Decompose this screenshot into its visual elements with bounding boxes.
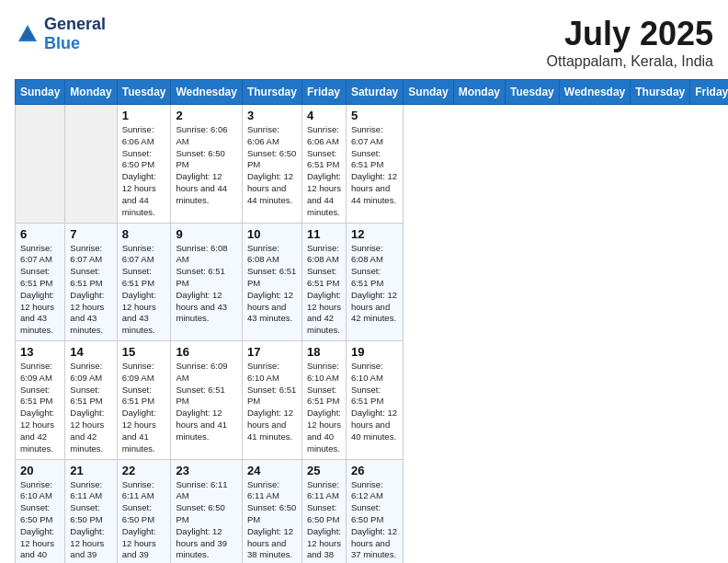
calendar-day-cell: 22Sunrise: 6:11 AMSunset: 6:50 PMDayligh… — [117, 459, 171, 563]
day-info: Sunrise: 6:09 AMSunset: 6:51 PMDaylight:… — [70, 361, 111, 455]
day-of-week-header: Thursday — [242, 80, 301, 105]
calendar-day-cell: 1Sunrise: 6:06 AMSunset: 6:50 PMDaylight… — [117, 105, 171, 224]
day-number: 6 — [20, 227, 60, 241]
day-info: Sunrise: 6:10 AMSunset: 6:51 PMDaylight:… — [307, 361, 341, 455]
calendar-table: SundayMondayTuesdayWednesdayThursdayFrid… — [15, 79, 728, 563]
day-of-week-header: Saturday — [346, 80, 403, 105]
day-info: Sunrise: 6:08 AMSunset: 6:51 PMDaylight:… — [351, 243, 398, 326]
logo-icon — [15, 21, 40, 47]
day-info: Sunrise: 6:09 AMSunset: 6:51 PMDaylight:… — [122, 361, 166, 455]
day-info: Sunrise: 6:06 AMSunset: 6:51 PMDaylight:… — [307, 124, 341, 219]
day-number: 8 — [122, 227, 166, 241]
day-number: 20 — [20, 464, 60, 477]
day-of-week-header: Friday — [690, 80, 728, 105]
month-title: July 2025 — [547, 15, 713, 53]
day-info: Sunrise: 6:06 AMSunset: 6:50 PMDaylight:… — [176, 124, 236, 207]
day-number: 4 — [307, 109, 341, 122]
calendar-day-cell: 12Sunrise: 6:08 AMSunset: 6:51 PMDayligh… — [346, 223, 403, 341]
day-info: Sunrise: 6:11 AMSunset: 6:50 PMDaylight:… — [307, 479, 341, 564]
calendar-day-cell: 16Sunrise: 6:09 AMSunset: 6:51 PMDayligh… — [171, 341, 242, 460]
calendar-day-cell: 8Sunrise: 6:07 AMSunset: 6:51 PMDaylight… — [117, 223, 171, 341]
day-number: 17 — [247, 345, 297, 359]
day-info: Sunrise: 6:11 AMSunset: 6:50 PMDaylight:… — [70, 479, 111, 564]
day-number: 3 — [247, 109, 297, 122]
day-of-week-header: Tuesday — [505, 80, 559, 105]
day-number: 5 — [351, 109, 398, 122]
day-info: Sunrise: 6:11 AMSunset: 6:50 PMDaylight:… — [122, 479, 166, 564]
calendar-day-cell: 2Sunrise: 6:06 AMSunset: 6:50 PMDaylight… — [171, 105, 242, 224]
title-block: July 2025 Ottappalam, Kerala, India — [547, 15, 713, 70]
calendar-day-cell: 19Sunrise: 6:10 AMSunset: 6:51 PMDayligh… — [346, 341, 403, 460]
day-number: 1 — [122, 109, 166, 122]
day-number: 25 — [307, 464, 341, 477]
calendar-day-cell: 20Sunrise: 6:10 AMSunset: 6:50 PMDayligh… — [16, 459, 65, 563]
day-number: 2 — [176, 109, 236, 122]
day-number: 18 — [307, 345, 341, 359]
calendar-day-cell: 23Sunrise: 6:11 AMSunset: 6:50 PMDayligh… — [171, 459, 242, 563]
day-info: Sunrise: 6:07 AMSunset: 6:51 PMDaylight:… — [20, 243, 60, 338]
day-number: 9 — [176, 227, 236, 241]
day-info: Sunrise: 6:12 AMSunset: 6:50 PMDaylight:… — [351, 479, 398, 562]
calendar-day-cell: 10Sunrise: 6:08 AMSunset: 6:51 PMDayligh… — [242, 223, 301, 341]
day-of-week-header: Wednesday — [559, 80, 630, 105]
location-title: Ottappalam, Kerala, India — [547, 53, 713, 70]
day-info: Sunrise: 6:08 AMSunset: 6:51 PMDaylight:… — [247, 243, 297, 326]
calendar-day-cell: 17Sunrise: 6:10 AMSunset: 6:51 PMDayligh… — [242, 341, 301, 460]
day-info: Sunrise: 6:08 AMSunset: 6:51 PMDaylight:… — [307, 243, 341, 338]
calendar-day-cell: 14Sunrise: 6:09 AMSunset: 6:51 PMDayligh… — [65, 341, 117, 460]
day-number: 12 — [351, 227, 398, 241]
day-number: 15 — [122, 345, 166, 359]
day-number: 23 — [176, 464, 236, 477]
calendar-day-cell: 24Sunrise: 6:11 AMSunset: 6:50 PMDayligh… — [242, 459, 301, 563]
day-info: Sunrise: 6:11 AMSunset: 6:50 PMDaylight:… — [176, 479, 236, 562]
calendar-day-cell: 18Sunrise: 6:10 AMSunset: 6:51 PMDayligh… — [301, 341, 346, 460]
day-info: Sunrise: 6:10 AMSunset: 6:50 PMDaylight:… — [20, 479, 60, 564]
day-of-week-header: Wednesday — [171, 80, 242, 105]
day-of-week-header: Monday — [453, 80, 505, 105]
day-number: 19 — [351, 345, 398, 359]
day-info: Sunrise: 6:07 AMSunset: 6:51 PMDaylight:… — [70, 243, 111, 338]
day-info: Sunrise: 6:06 AMSunset: 6:50 PMDaylight:… — [122, 124, 166, 219]
calendar-day-cell — [16, 105, 65, 224]
day-info: Sunrise: 6:09 AMSunset: 6:51 PMDaylight:… — [176, 361, 236, 443]
day-number: 21 — [70, 464, 111, 477]
page-header: General Blue July 2025 Ottappalam, Keral… — [15, 15, 713, 70]
day-number: 13 — [20, 345, 60, 359]
day-of-week-header: Sunday — [16, 80, 65, 105]
calendar-day-cell: 9Sunrise: 6:08 AMSunset: 6:51 PMDaylight… — [171, 223, 242, 341]
calendar-week-row: 13Sunrise: 6:09 AMSunset: 6:51 PMDayligh… — [16, 341, 729, 460]
calendar-day-cell: 5Sunrise: 6:07 AMSunset: 6:51 PMDaylight… — [346, 105, 403, 224]
day-of-week-header: Tuesday — [117, 80, 171, 105]
calendar-week-row: 20Sunrise: 6:10 AMSunset: 6:50 PMDayligh… — [16, 459, 729, 563]
day-of-week-header: Monday — [65, 80, 117, 105]
calendar-day-cell: 26Sunrise: 6:12 AMSunset: 6:50 PMDayligh… — [346, 459, 403, 563]
calendar-header-row: SundayMondayTuesdayWednesdayThursdayFrid… — [16, 80, 729, 105]
day-info: Sunrise: 6:07 AMSunset: 6:51 PMDaylight:… — [122, 243, 166, 338]
day-of-week-header: Sunday — [404, 80, 453, 105]
calendar-week-row: 6Sunrise: 6:07 AMSunset: 6:51 PMDaylight… — [16, 223, 729, 341]
calendar-day-cell: 15Sunrise: 6:09 AMSunset: 6:51 PMDayligh… — [117, 341, 171, 460]
day-number: 26 — [351, 464, 398, 477]
day-number: 22 — [122, 464, 166, 477]
day-info: Sunrise: 6:08 AMSunset: 6:51 PMDaylight:… — [176, 243, 236, 326]
calendar-week-row: 1Sunrise: 6:06 AMSunset: 6:50 PMDaylight… — [16, 105, 729, 224]
day-info: Sunrise: 6:10 AMSunset: 6:51 PMDaylight:… — [247, 361, 297, 443]
day-number: 24 — [247, 464, 297, 477]
logo: General Blue — [15, 15, 106, 53]
calendar-day-cell: 3Sunrise: 6:06 AMSunset: 6:50 PMDaylight… — [242, 105, 301, 224]
calendar-day-cell: 25Sunrise: 6:11 AMSunset: 6:50 PMDayligh… — [301, 459, 346, 563]
calendar-day-cell — [65, 105, 117, 224]
calendar-day-cell: 4Sunrise: 6:06 AMSunset: 6:51 PMDaylight… — [301, 105, 346, 224]
logo-general-text: General — [44, 15, 106, 33]
day-number: 7 — [70, 227, 111, 241]
calendar-day-cell: 13Sunrise: 6:09 AMSunset: 6:51 PMDayligh… — [16, 341, 65, 460]
calendar-day-cell: 6Sunrise: 6:07 AMSunset: 6:51 PMDaylight… — [16, 223, 65, 341]
day-number: 14 — [70, 345, 111, 359]
calendar-day-cell: 11Sunrise: 6:08 AMSunset: 6:51 PMDayligh… — [301, 223, 346, 341]
day-of-week-header: Friday — [301, 80, 346, 105]
day-info: Sunrise: 6:06 AMSunset: 6:50 PMDaylight:… — [247, 124, 297, 207]
logo-blue-text: Blue — [44, 34, 80, 52]
day-info: Sunrise: 6:10 AMSunset: 6:51 PMDaylight:… — [351, 361, 398, 443]
day-info: Sunrise: 6:09 AMSunset: 6:51 PMDaylight:… — [20, 361, 60, 455]
day-number: 11 — [307, 227, 341, 241]
